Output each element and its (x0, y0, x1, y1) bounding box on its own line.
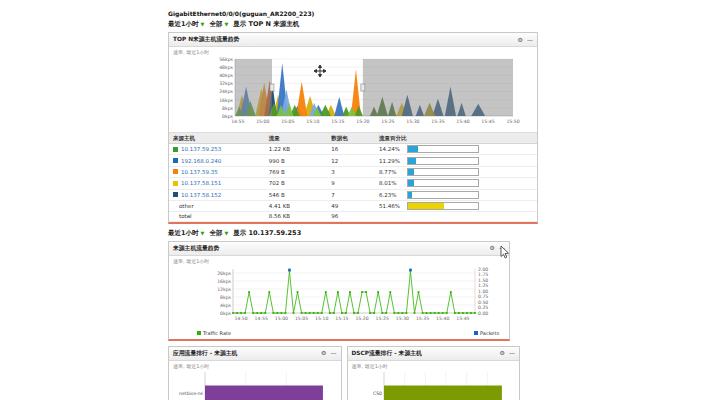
panel-topn-title: TOP N来源主机流量趋势 (173, 35, 239, 44)
host-cell[interactable]: 10.137.59.253 (181, 146, 221, 152)
svg-text:15:45: 15:45 (481, 119, 494, 124)
svg-text:16kps: 16kps (219, 98, 233, 103)
minimize-icon[interactable]: — (509, 350, 515, 356)
percent-cell: 51.46% (375, 200, 537, 211)
packets-cell: 7 (327, 189, 375, 200)
time-range-label: 最近1小时 (168, 229, 199, 238)
svg-text:15:20: 15:20 (356, 119, 369, 124)
panel-topn-header: TOP N来源主机流量趋势 ⚙ — (169, 33, 537, 47)
table-row: 10.137.58.151702 B98.01% (169, 178, 537, 189)
dashboard: GigabitEthernet0/0/0(guguan_AR2200_223) … (168, 10, 544, 400)
traffic-cell: 769 B (265, 166, 328, 177)
percent-cell: 6.23% (375, 189, 537, 200)
svg-text:24kps: 24kps (219, 89, 233, 94)
table-row: 10.137.58.152546 B76.23% (169, 189, 537, 200)
legend-label: Traffic Rate (203, 330, 231, 336)
scope-select-2[interactable]: 全部 ▼ (209, 229, 228, 238)
series-color-icon (173, 158, 178, 163)
legend-label: Packets (480, 330, 499, 336)
series-color-icon (173, 181, 178, 186)
svg-text:14:55: 14:55 (231, 119, 244, 124)
area-spike-orange (296, 81, 307, 116)
percent-cell: 11.29% (375, 155, 537, 166)
minimize-icon[interactable]: — (331, 350, 337, 356)
table-row: other4.41 KB4951.46% (169, 200, 537, 211)
svg-text:15:10: 15:10 (315, 316, 328, 321)
table-header-3: 流量百分比 (375, 133, 537, 144)
bottom-panels-row: 应用流量排行 - 来源主机 ⚙ — 速率, 最近1小时 0kps1kps2kps… (168, 346, 520, 400)
percent-cell: 14.24% (375, 144, 537, 155)
series-color-icon (173, 192, 178, 197)
series-color-icon (173, 147, 178, 152)
svg-text:16kps: 16kps (217, 278, 231, 283)
host-cell[interactable]: 10.137.58.151 (181, 180, 221, 186)
gear-icon[interactable]: ⚙ (490, 245, 495, 251)
rank-bar-netbios-ns (205, 385, 323, 400)
svg-text:0.50: 0.50 (478, 299, 488, 304)
host-cell[interactable]: 10.137.58.152 (181, 192, 221, 198)
svg-text:1.75: 1.75 (478, 272, 488, 277)
packets-cell: 3 (327, 166, 375, 177)
percent-cell: 8.01% (375, 178, 537, 189)
brush-handle-right[interactable] (361, 84, 365, 91)
panel-app-rank-header: 应用流量排行 - 来源主机 ⚙ — (169, 347, 341, 361)
traffic-cell: 990 B (265, 155, 328, 166)
traffic-cell: 8.56 KB (265, 212, 328, 221)
svg-text:1.50: 1.50 (478, 277, 488, 282)
gear-icon[interactable]: ⚙ (518, 37, 523, 43)
gear-icon[interactable]: ⚙ (321, 350, 326, 356)
host-cell: total (179, 213, 192, 219)
svg-text:15:15: 15:15 (331, 119, 344, 124)
percent-cell (375, 212, 537, 221)
svg-text:56kps: 56kps (219, 57, 233, 62)
series-color-icon (173, 169, 178, 174)
legend-item: Traffic Rate (197, 330, 231, 336)
packets-cell: 96 (327, 212, 375, 221)
svg-text:15:25: 15:25 (376, 316, 389, 321)
chevron-down-icon: ▼ (201, 22, 205, 27)
time-range-select[interactable]: 最近1小时 ▼ (168, 20, 204, 29)
minimize-icon[interactable]: — (499, 245, 505, 251)
panel-dscp-rank: DSCP流量排行 - 来源主机 ⚙ — 速率, 最近1小时 0bps0.5kps… (347, 346, 521, 400)
time-range-select-2[interactable]: 最近1小时 ▼ (168, 229, 204, 238)
topn-host-table: 来源主机流量数据包流量百分比10.137.59.2531.22 KB1614.2… (169, 132, 537, 222)
percent-bar (407, 191, 479, 199)
filter-row-host: 最近1小时 ▼ 全部 ▼ 显示 10.137.59.253 (168, 229, 544, 238)
brush-overlay-right (363, 59, 513, 116)
legend-item: Packets (474, 330, 499, 336)
svg-text:20kps: 20kps (217, 270, 231, 275)
percent-text: 14.24% (379, 146, 403, 152)
panel-app-rank: 应用流量排行 - 来源主机 ⚙ — 速率, 最近1小时 0kps1kps2kps… (168, 346, 342, 400)
line-chart-legend: Traffic RatePackets (169, 329, 509, 339)
chevron-down-icon: ▼ (224, 22, 228, 27)
percent-text: 8.77% (379, 169, 403, 175)
gear-icon[interactable]: ⚙ (500, 350, 505, 356)
host-cell[interactable]: 10.137.59.35 (181, 169, 218, 175)
scope-select[interactable]: 全部 ▼ (209, 20, 228, 29)
svg-text:40kps: 40kps (219, 73, 233, 78)
panel-host-trend-header: 来源主机流量趋势 ⚙ — (169, 242, 509, 256)
minimize-icon[interactable]: — (527, 37, 533, 43)
chevron-down-icon: ▼ (224, 231, 228, 236)
panel-dscp-rank-title: DSCP流量排行 - 来源主机 (352, 349, 422, 358)
svg-text:15:35: 15:35 (431, 119, 444, 124)
table-row: total8.56 KB96 (169, 212, 537, 221)
chevron-down-icon: ▼ (201, 231, 205, 236)
brush-handle-left[interactable] (270, 84, 274, 91)
percent-text: 11.29% (379, 158, 403, 164)
panel-topn-subtitle: 速率, 最近1小时 (169, 47, 537, 56)
svg-text:14:50: 14:50 (234, 316, 247, 321)
svg-text:0.75: 0.75 (478, 294, 488, 299)
topn-area-chart[interactable]: 0kps8kps16kps24kps32kps40kps48kps56kps14… (169, 56, 533, 130)
svg-text:8kps: 8kps (222, 106, 233, 111)
percent-bar (407, 179, 479, 187)
svg-text:15:20: 15:20 (355, 316, 368, 321)
svg-text:15:05: 15:05 (295, 316, 308, 321)
traffic-cell: 546 B (265, 189, 328, 200)
app-rank-bar-chart: 0kps1kps2kpsnetbios-ns (169, 370, 335, 400)
legend-color-icon (474, 331, 478, 335)
brush-overlay-left (235, 59, 272, 116)
svg-text:15:40: 15:40 (436, 316, 449, 321)
host-cell[interactable]: 192.168.0.240 (181, 158, 221, 164)
percent-bar (407, 202, 479, 210)
